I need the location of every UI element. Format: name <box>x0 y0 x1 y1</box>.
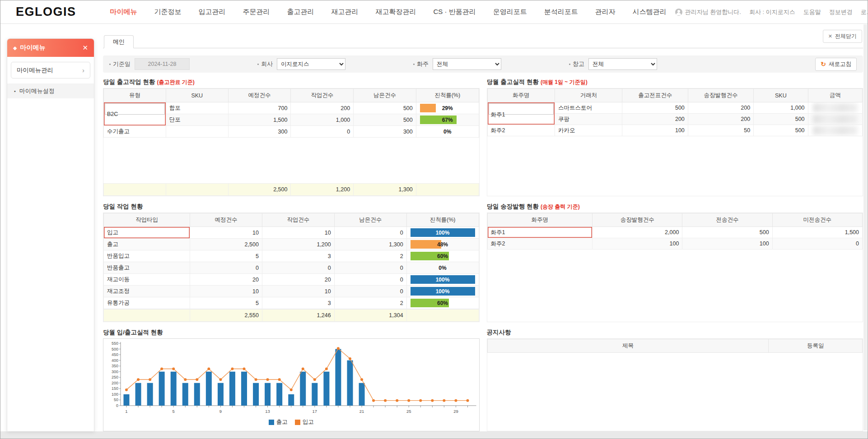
sidebar-items: 마이메뉴관리›•마이메뉴설정 <box>7 62 94 98</box>
nav-item-outbound[interactable]: 출고관리 <box>279 8 323 16</box>
nav-item-base-info[interactable]: 기준정보 <box>146 8 190 16</box>
column-header: 예정건수 <box>190 213 262 227</box>
table-row[interactable]: 출고2,5001,2001,30048% <box>104 239 479 250</box>
top-header: EGLOGIS 마이메뉴기준정보입고관리주문관리출고관리재고관리재고확장관리CS… <box>0 0 868 24</box>
progress-bar: 60% <box>411 252 475 260</box>
legend-label: 출고 <box>276 418 288 426</box>
sidebar-item-label: 마이메뉴설정 <box>19 87 55 95</box>
column-header: 진척률(%) <box>416 89 479 102</box>
warehouse-filter-label: 창고 <box>573 60 584 68</box>
table-footer: 2,5001,2001,300 <box>103 183 479 196</box>
filter-base-date: 기준일 <box>109 58 190 70</box>
panel-outbound-monthly: 당월 출고실적 현황(매월 1일 ~ 기준일) 화주명거래처출고전표건수송장발행… <box>487 78 863 196</box>
left-column: ◆ 마이메뉴 ✕ 마이메뉴관리›•마이메뉴설정 <box>0 24 101 431</box>
help-link[interactable]: 도움말 <box>803 8 821 16</box>
shipper-filter-label: 화주 <box>417 60 429 68</box>
logout-link[interactable]: 로그아웃 <box>861 8 868 16</box>
table-row[interactable]: 화주2카카오10050500 <box>487 125 863 136</box>
company-select[interactable]: 이지로지스 <box>277 58 345 70</box>
sidebar-item-label: 마이메뉴관리 <box>17 66 53 74</box>
legend-swatch <box>269 420 274 425</box>
progress-bar: 29% <box>420 104 475 112</box>
shipper-select[interactable]: 전체 <box>433 58 501 70</box>
nav-item-my-menu[interactable]: 마이메뉴 <box>102 8 146 16</box>
inout-chart: 0501001502002503003504004505005501591317… <box>104 340 478 417</box>
column-header: 작업타입 <box>104 213 190 227</box>
base-date-input[interactable] <box>135 58 190 70</box>
inout-chart-svg: 0501001502002503003504004505005501591317… <box>104 340 478 417</box>
chevron-right-icon: › <box>82 66 84 74</box>
table-row[interactable]: 화주12,0005001,500 <box>487 227 863 238</box>
refresh-button[interactable]: ↻ 새로고침 <box>815 58 857 71</box>
column-header: 거래처 <box>555 89 622 102</box>
nav-item-analysis-report[interactable]: 분석리포트 <box>536 8 587 16</box>
refresh-label: 새로고침 <box>829 60 851 68</box>
table-row[interactable]: 입고10100100% <box>104 227 479 239</box>
svg-text:5: 5 <box>173 409 175 414</box>
svg-text:50: 50 <box>114 397 118 402</box>
progress-bar: 100% <box>411 287 475 296</box>
panel-title: 공지사항 <box>487 328 863 336</box>
nav-item-inventory-ext[interactable]: 재고확장관리 <box>367 8 425 16</box>
welcome-text: 관리자님 환영합니다. <box>675 8 741 16</box>
column-header: 제목 <box>487 339 769 353</box>
panel-outbound-work: 당일 출고작업 현황(출고완료 기준) 유형SKU예정건수작업건수남은건수진척률… <box>103 78 480 196</box>
svg-text:29: 29 <box>453 409 458 414</box>
table-row[interactable]: 반품입고53260% <box>104 250 479 262</box>
sidebar-item-my-menu-setting[interactable]: •마이메뉴설정 <box>7 83 94 98</box>
refresh-icon: ↻ <box>821 61 826 67</box>
nav-item-admin[interactable]: 관리자 <box>587 8 624 16</box>
table-row[interactable]: 화주21001000 <box>487 238 863 250</box>
sidebar-item-my-menu-manage[interactable]: 마이메뉴관리› <box>11 62 90 79</box>
cell-label: 화주1 <box>491 111 505 119</box>
column-header: 예정건수 <box>228 89 291 102</box>
nav-item-inbound[interactable]: 입고관리 <box>190 8 234 16</box>
tab-main-label: 메인 <box>113 38 125 46</box>
legend-item: 출고 <box>269 418 288 426</box>
diamond-icon: ◆ <box>13 45 17 51</box>
nav-item-inventory[interactable]: 재고관리 <box>323 8 367 16</box>
column-header: 등록일 <box>769 339 863 353</box>
column-header: 출고전표건수 <box>622 89 688 102</box>
table-row[interactable]: 재고조정10100100% <box>104 286 479 297</box>
change-info-link[interactable]: 정보변경 <box>829 8 853 16</box>
table-row[interactable]: 반품출고0000% <box>104 262 479 274</box>
bullet-icon <box>413 64 415 65</box>
close-icon[interactable]: ✕ <box>82 44 88 52</box>
inout-chart-box: 0501001502002503003504004505005501591317… <box>103 338 480 431</box>
column-header: 작업건수 <box>262 213 334 227</box>
table-row[interactable]: 유통가공53260% <box>104 297 479 309</box>
svg-text:200: 200 <box>112 381 118 385</box>
table-row[interactable]: 재고이동20200100% <box>104 274 479 286</box>
svg-text:100: 100 <box>112 392 118 397</box>
column-header: SKU <box>754 89 808 102</box>
table-row[interactable]: B2C합포70020050029% <box>104 102 479 114</box>
outbound-monthly-table: 화주명거래처출고전표건수송장발행건수SKU금액화주1스마트스토어5002001,… <box>487 88 863 196</box>
cell-label: B2C <box>107 111 118 117</box>
dashboard-grid: 당일 출고작업 현황(출고완료 기준) 유형SKU예정건수작업건수남은건수진척률… <box>103 78 863 431</box>
nav-item-ops-report[interactable]: 운영리포트 <box>485 8 536 16</box>
close-all-button[interactable]: ✕ 전체닫기 <box>823 30 862 43</box>
panel-invoice: 당일 송장발행 현황(송장 출력 기준) 화주명송장발행건수전송건수미전송건수화… <box>487 203 863 322</box>
vertical-scrollbar[interactable] <box>863 24 867 430</box>
panel-title: 당일 출고작업 현황(출고완료 기준) <box>103 78 480 85</box>
filter-bar: 기준일 회사 이지로지스 화주 전체 창고 전체 <box>103 55 863 73</box>
column-header: 진척률(%) <box>406 213 479 227</box>
progress-bar: 100% <box>411 275 475 284</box>
bullet-icon: • <box>14 88 16 94</box>
warehouse-select[interactable]: 전체 <box>588 58 657 70</box>
app-window: EGLOGIS 마이메뉴기준정보입고관리주문관리출고관리재고관리재고확장관리CS… <box>0 0 868 439</box>
panel-inout-chart: 당월 입/출고실적 현황 050100150200250300350400450… <box>103 328 480 431</box>
panel-title: 당월 입/출고실적 현황 <box>103 328 480 336</box>
nav-item-cs-returns[interactable]: CS · 반품관리 <box>425 8 485 16</box>
column-header: 송장발행건수 <box>688 89 753 102</box>
panel-title: 당일 송장발행 현황(송장 출력 기준) <box>487 203 863 210</box>
panel-notices: 공지사항 제목등록일 <box>487 328 863 431</box>
bullet-icon <box>569 64 570 65</box>
table-row[interactable]: 수기출고30003000% <box>104 126 479 138</box>
nav-item-system[interactable]: 시스템관리 <box>624 8 675 16</box>
nav-item-order[interactable]: 주문관리 <box>234 8 279 16</box>
svg-text:250: 250 <box>112 375 118 379</box>
tab-main[interactable]: 메인 <box>104 35 134 48</box>
table-row[interactable]: 화주1스마트스토어5002001,000 <box>487 102 863 114</box>
